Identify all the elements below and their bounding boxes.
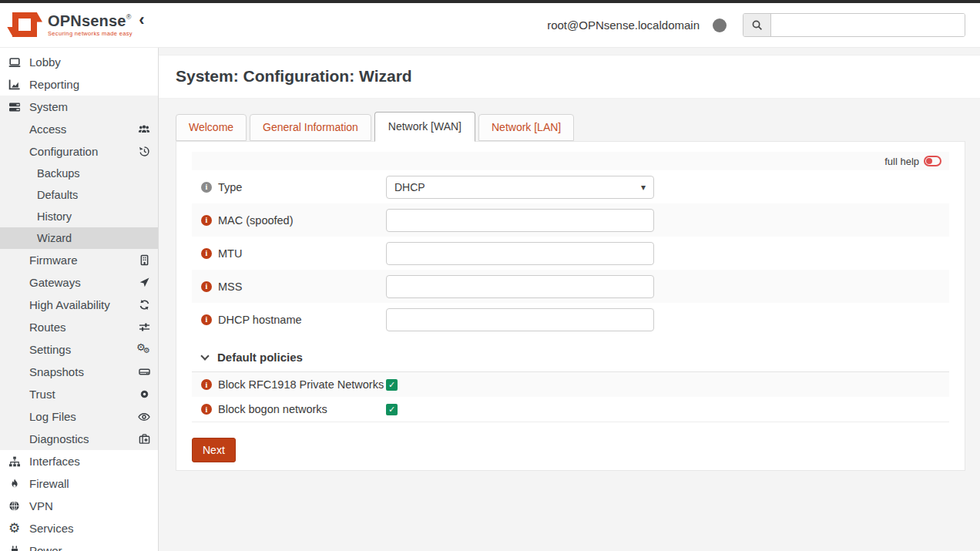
policy-row-bogon: i Block bogon networks ✓ xyxy=(192,397,949,422)
registered-mark: ® xyxy=(126,14,132,21)
field-label: MAC (spoofed) xyxy=(218,214,294,227)
sidebar-item-system[interactable]: System xyxy=(0,96,158,118)
server-icon xyxy=(8,101,21,113)
sidebar-item-label: Defaults xyxy=(37,189,78,201)
tab-network-wan[interactable]: Network [WAN] xyxy=(374,112,475,142)
info-icon[interactable]: i xyxy=(201,404,212,415)
sidebar-item-label: Gateways xyxy=(29,276,81,289)
sidebar-item-backups[interactable]: Backups xyxy=(0,163,158,184)
fire-icon xyxy=(8,478,21,489)
block-rfc1918-checkbox[interactable]: ✓ xyxy=(386,379,398,391)
laptop-icon xyxy=(8,56,21,69)
sidebar-item-configuration[interactable]: Configuration xyxy=(0,140,158,163)
info-icon[interactable]: i xyxy=(201,281,212,292)
sidebar-item-history[interactable]: History xyxy=(0,206,158,227)
sidebar-item-label: History xyxy=(37,210,72,223)
sidebar-item-label: Firewall xyxy=(29,477,69,490)
wizard-panel: full help i Type DHCP ▾ i MAC xyxy=(176,141,965,471)
sidebar-item-power[interactable]: Power xyxy=(0,539,158,551)
certificate-seal-icon xyxy=(139,388,150,400)
header: OPNsense ® ‹ Securing networks made easy… xyxy=(0,3,980,48)
sidebar-item-routes[interactable]: Routes xyxy=(0,316,158,338)
hdd-icon xyxy=(139,366,150,378)
sliders-icon xyxy=(139,321,150,333)
sidebar-item-label: Snapshots xyxy=(29,365,84,378)
sidebar-item-high-availability[interactable]: High Availability xyxy=(0,294,158,316)
sidebar-item-label: Services xyxy=(29,522,74,535)
sidebar-item-services[interactable]: ⚙ Services xyxy=(0,517,158,539)
form-row-mss: i MSS xyxy=(192,270,949,303)
full-help-label: full help xyxy=(884,156,919,167)
search-icon xyxy=(743,14,771,36)
form-row-mac: i MAC (spoofed) xyxy=(192,203,949,237)
sidebar-item-label: Diagnostics xyxy=(29,432,89,445)
search-box[interactable] xyxy=(743,13,965,37)
info-icon[interactable]: i xyxy=(201,248,212,259)
system-menu-group: System Access Configuration Backups Defa… xyxy=(0,96,158,450)
tab-welcome[interactable]: Welcome xyxy=(176,114,247,141)
sidebar-collapse-icon[interactable]: ‹ xyxy=(139,13,144,27)
sidebar-item-snapshots[interactable]: Snapshots xyxy=(0,361,158,383)
sidebar-item-settings[interactable]: Settings ⚙ ⚙ xyxy=(0,338,158,361)
page-header: System: Configuration: Wizard xyxy=(159,55,980,99)
tab-general-information[interactable]: General Information xyxy=(250,114,371,141)
section-title: Default policies xyxy=(217,351,303,364)
sidebar-item-label: Settings xyxy=(29,343,71,356)
full-help-row: full help xyxy=(192,152,949,170)
info-icon[interactable]: i xyxy=(201,182,212,193)
sidebar-item-trust[interactable]: Trust xyxy=(0,383,158,405)
users-icon xyxy=(138,123,150,136)
dhcp-hostname-input[interactable] xyxy=(386,308,654,331)
block-bogon-checkbox[interactable]: ✓ xyxy=(386,404,398,415)
type-select[interactable]: DHCP ▾ xyxy=(386,176,654,199)
sidebar-item-access[interactable]: Access xyxy=(0,118,158,140)
policy-row-rfc1918: i Block RFC1918 Private Networks ✓ xyxy=(192,372,949,397)
page-title: System: Configuration: Wizard xyxy=(176,67,963,86)
field-label: Block RFC1918 Private Networks xyxy=(218,378,384,391)
refresh-icon xyxy=(139,299,150,311)
info-icon[interactable]: i xyxy=(201,215,212,226)
sidebar-item-vpn[interactable]: VPN xyxy=(0,495,158,517)
field-label: DHCP hostname xyxy=(218,314,302,326)
main-content: System: Configuration: Wizard Welcome Ge… xyxy=(159,48,980,551)
gear-icon: ⚙ xyxy=(8,522,21,535)
form-row-type: i Type DHCP ▾ xyxy=(192,170,949,203)
section-default-policies[interactable]: Default policies xyxy=(192,344,949,372)
sidebar-item-label: VPN xyxy=(29,499,53,512)
full-help-toggle-icon[interactable] xyxy=(924,156,941,166)
search-input[interactable] xyxy=(771,14,965,36)
field-label: Type xyxy=(218,181,242,193)
sidebar-item-defaults[interactable]: Defaults xyxy=(0,184,158,206)
form-row-mtu: i MTU xyxy=(192,237,949,270)
field-label: Block bogon networks xyxy=(218,403,327,415)
field-label: MSS xyxy=(218,281,242,293)
sidebar-item-interfaces[interactable]: Interfaces xyxy=(0,450,158,472)
wizard-tabs: Welcome General Information Network [WAN… xyxy=(176,112,965,141)
sidebar-item-lobby[interactable]: Lobby xyxy=(0,51,158,73)
next-button[interactable]: Next xyxy=(192,438,236,462)
brand-tagline: Securing networks made easy xyxy=(48,31,145,37)
sidebar-item-firewall[interactable]: Firewall xyxy=(0,472,158,495)
plug-icon xyxy=(8,545,21,551)
sidebar-item-label: Firmware xyxy=(29,254,78,267)
sidebar-item-log-files[interactable]: Log Files xyxy=(0,405,158,428)
eye-icon xyxy=(138,411,150,423)
sidebar-item-firmware[interactable]: Firmware xyxy=(0,249,158,271)
sidebar-item-reporting[interactable]: Reporting xyxy=(0,73,158,96)
mss-input[interactable] xyxy=(386,275,654,298)
sidebar-item-gateways[interactable]: Gateways xyxy=(0,271,158,294)
sidebar-item-label: Reporting xyxy=(29,78,79,91)
mtu-input[interactable] xyxy=(386,242,654,265)
caret-down-icon: ▾ xyxy=(641,182,646,193)
sidebar-item-wizard[interactable]: Wizard xyxy=(0,227,158,249)
sidebar-item-diagnostics[interactable]: Diagnostics xyxy=(0,428,158,450)
sidebar: Lobby Reporting System Access Configurat… xyxy=(0,48,159,551)
info-icon[interactable]: i xyxy=(201,314,212,325)
logged-in-user: root@OPNsense.localdomain xyxy=(547,18,700,32)
info-icon[interactable]: i xyxy=(201,379,212,390)
sidebar-item-label: Log Files xyxy=(29,410,76,423)
tab-network-lan[interactable]: Network [LAN] xyxy=(478,114,574,141)
sidebar-item-label: Configuration xyxy=(29,145,98,158)
mac-spoofed-input[interactable] xyxy=(386,209,654,232)
status-dot xyxy=(713,18,727,32)
